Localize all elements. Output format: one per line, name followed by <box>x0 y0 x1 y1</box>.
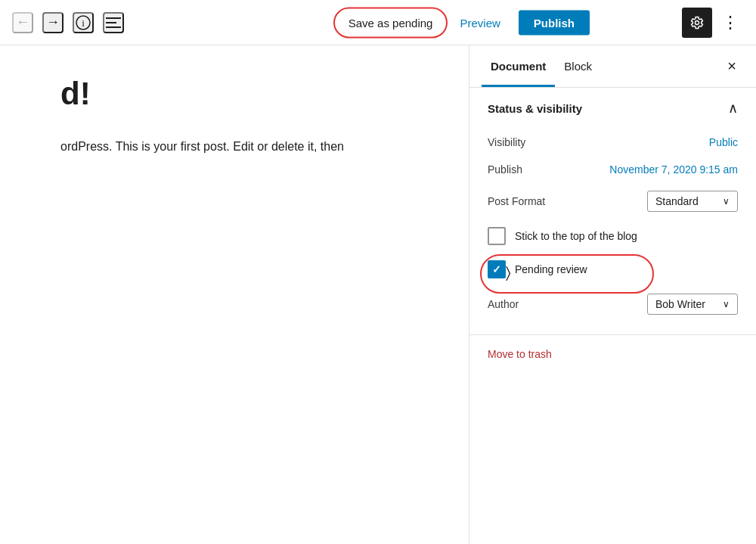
author-value: Bob Writer <box>655 298 705 310</box>
editor-heading: d! <box>60 76 438 112</box>
save-as-pending-button[interactable]: Save as pending <box>339 11 442 33</box>
main-layout: d! ordPress. This is your first post. Ed… <box>0 45 756 544</box>
info-button[interactable]: i <box>73 12 94 33</box>
status-visibility-section: Status & visibility ∧ Visibility Public … <box>469 88 756 335</box>
visibility-value[interactable]: Public <box>709 136 738 148</box>
more-options-button[interactable]: ⋮ <box>717 9 744 36</box>
pending-review-label: Pending review <box>515 263 587 275</box>
sidebar: Document Block × Status & visibility ∧ V… <box>469 45 756 544</box>
stick-top-row: Stick to the top of the blog <box>488 219 738 253</box>
toolbar-right: ⋮ <box>682 8 744 38</box>
pending-review-row: 〉 Pending review <box>488 253 738 286</box>
move-to-trash-button[interactable]: Move to trash <box>488 348 552 360</box>
post-format-value: Standard <box>655 195 699 207</box>
stick-top-label: Stick to the top of the blog <box>515 230 637 242</box>
trash-section: Move to trash <box>469 335 756 373</box>
editor-area[interactable]: d! ordPress. This is your first post. Ed… <box>0 45 469 544</box>
post-format-label: Post Format <box>488 195 545 207</box>
svg-rect-3 <box>106 22 116 23</box>
toolbar: ← → i Save as pending Preview Publish <box>0 0 756 45</box>
section-collapse-icon: ∧ <box>728 100 738 117</box>
svg-rect-2 <box>106 17 121 19</box>
publish-label: Publish <box>488 163 522 176</box>
svg-rect-4 <box>106 26 121 28</box>
editor-body: ordPress. This is your first post. Edit … <box>60 136 438 157</box>
chevron-down-icon: ∨ <box>723 196 730 207</box>
publish-value[interactable]: November 7, 2020 9:15 am <box>609 163 738 176</box>
stick-top-checkbox[interactable] <box>488 227 506 245</box>
post-format-dropdown[interactable]: Standard ∨ <box>647 191 738 212</box>
sidebar-tabs: Document Block × <box>469 45 756 88</box>
post-format-row: Post Format Standard ∨ <box>488 183 738 219</box>
author-dropdown[interactable]: Bob Writer ∨ <box>647 294 738 315</box>
sidebar-content: Status & visibility ∧ Visibility Public … <box>469 88 756 544</box>
author-label: Author <box>488 298 519 310</box>
forward-button[interactable]: → <box>42 12 64 33</box>
status-visibility-title: Status & visibility <box>488 102 582 115</box>
visibility-row: Visibility Public <box>488 129 738 156</box>
svg-text:i: i <box>82 17 85 29</box>
toolbar-center: Save as pending Preview Publish <box>339 10 590 35</box>
preview-button[interactable]: Preview <box>451 11 509 33</box>
sidebar-close-button[interactable]: × <box>720 54 744 79</box>
cursor-icon: 〉 <box>506 264 511 281</box>
author-row: Author Bob Writer ∨ <box>488 286 738 322</box>
chevron-down-icon-author: ∨ <box>723 299 730 309</box>
status-visibility-header[interactable]: Status & visibility ∧ <box>488 100 738 117</box>
back-button[interactable]: ← <box>12 12 33 33</box>
publish-row: Publish November 7, 2020 9:15 am <box>488 156 738 183</box>
tab-document[interactable]: Document <box>482 45 555 87</box>
list-view-button[interactable] <box>103 12 124 33</box>
visibility-label: Visibility <box>488 136 525 148</box>
pending-review-checkbox[interactable]: 〉 <box>488 260 506 278</box>
tab-block[interactable]: Block <box>555 45 601 87</box>
settings-button[interactable] <box>682 8 712 38</box>
publish-button[interactable]: Publish <box>519 10 590 35</box>
